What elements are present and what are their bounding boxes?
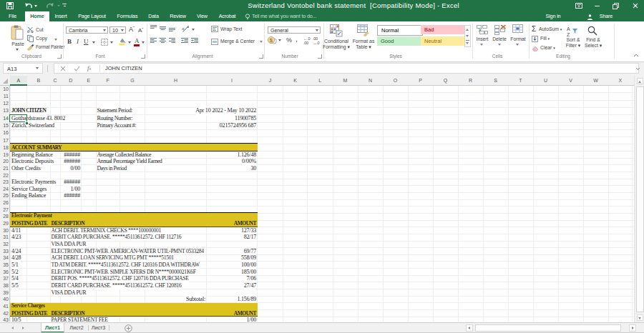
svg-text:A: A: [567, 26, 570, 31]
svg-text:Z: Z: [567, 32, 570, 37]
